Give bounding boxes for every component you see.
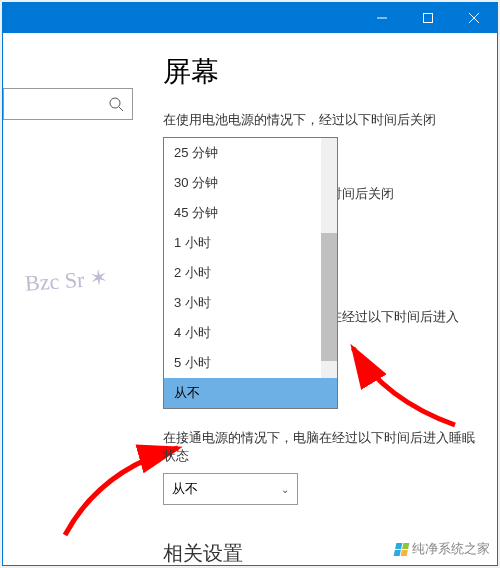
dropdown-option[interactable]: 4 小时 xyxy=(164,318,337,348)
dropdown-option[interactable]: 3 小时 xyxy=(164,288,337,318)
dropdown-option[interactable]: 2 小时 xyxy=(164,258,337,288)
svg-point-4 xyxy=(110,98,120,108)
plugged-sleep-value: 从不 xyxy=(172,480,198,498)
search-icon xyxy=(108,96,124,112)
main-content: 以下时间后关闭 电脑在经过以下时间后进入 屏幕 在使用电池电源的情况下，经过以下… xyxy=(143,33,497,565)
dropdown-option[interactable]: 从不 xyxy=(164,378,337,408)
timeout-dropdown-open[interactable]: 25 分钟30 分钟45 分钟1 小时2 小时3 小时4 小时5 小时从不 xyxy=(163,137,338,409)
chevron-down-icon: ⌄ xyxy=(281,484,289,495)
battery-off-label: 在使用电池电源的情况下，经过以下时间后关闭 xyxy=(163,111,477,129)
window-titlebar xyxy=(3,3,497,33)
page-title: 屏幕 xyxy=(163,53,477,91)
svg-line-5 xyxy=(119,107,123,111)
close-button[interactable] xyxy=(451,3,497,33)
maximize-button[interactable] xyxy=(405,3,451,33)
svg-rect-1 xyxy=(424,14,433,23)
dropdown-option[interactable]: 5 小时 xyxy=(164,348,337,378)
dropdown-option[interactable]: 45 分钟 xyxy=(164,198,337,228)
minimize-button[interactable] xyxy=(359,3,405,33)
dropdown-option[interactable]: 30 分钟 xyxy=(164,168,337,198)
search-input[interactable] xyxy=(3,88,133,120)
related-settings-heading: 相关设置 xyxy=(163,540,477,567)
plugged-sleep-select[interactable]: 从不 ⌄ xyxy=(163,473,298,505)
dropdown-option[interactable]: 25 分钟 xyxy=(164,138,337,168)
sidebar xyxy=(3,33,143,565)
plugged-sleep-label: 在接通电源的情况下，电脑在经过以下时间后进入睡眠状态 xyxy=(163,429,477,465)
dropdown-option[interactable]: 1 小时 xyxy=(164,228,337,258)
